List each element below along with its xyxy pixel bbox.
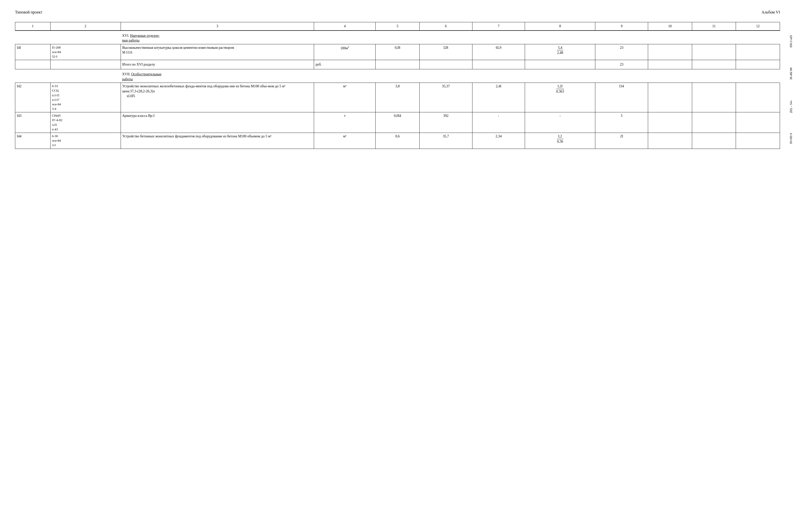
row-i42-ref: 6-33 ССЦ п.I-I5 п.I-I7 эсн-84 3-4 <box>50 83 120 112</box>
itogo-xvi-col6 <box>419 60 472 69</box>
row-i44-col9: 2I <box>595 133 648 149</box>
col-header-10: 10 <box>648 22 692 31</box>
section-xvii-col12 <box>736 69 780 82</box>
side-labels: б9l-2-нlS 38.4hl 88 (hl) – S4– б9 6l9 9 <box>789 25 793 154</box>
section-xvii-col7 <box>472 69 525 82</box>
row-i41-ref: I5-208 эсн-84 52-I <box>50 44 120 60</box>
row-i41-col10 <box>648 44 692 60</box>
itogo-xvi-col2 <box>50 60 120 69</box>
side-label-2: 38.4hl 88 <box>789 68 793 80</box>
section-xvii-col11 <box>692 69 736 82</box>
section-xvi-col5 <box>376 31 420 44</box>
row-i44-ref: 6-30 эсн-84 3-I <box>50 133 120 149</box>
row-i44-col10 <box>648 133 692 149</box>
col-header-9: 9 <box>595 22 648 31</box>
section-xvi-col9 <box>595 31 648 44</box>
itogo-xvi-text: Итого по XVI разделу <box>120 60 314 69</box>
section-xvi-title: XVI. Наружные отделоч-ные работы <box>120 31 314 44</box>
row-i42-col8: I,2I 0,363 <box>525 83 595 112</box>
side-label-1: б9l-2-нlS <box>789 35 793 48</box>
row-i43-unit: т <box>314 112 376 133</box>
itogo-xvi-col7 <box>472 60 525 69</box>
row-i44-col6: 35,7 <box>419 133 472 149</box>
row-i42-col12 <box>736 83 780 112</box>
row-i41-col8: 5,4 2,48 <box>525 44 595 60</box>
row-i42-col6: 35,37 <box>419 83 472 112</box>
row-i44-unit: м³ <box>314 133 376 149</box>
section-xvii-col5 <box>376 69 420 82</box>
row-i44-col11 <box>692 133 736 149</box>
col-header-12: 12 <box>736 22 780 31</box>
section-xvi-col8 <box>525 31 595 44</box>
section-xvi-col7 <box>472 31 525 44</box>
row-i42-col9: I34 <box>595 83 648 112</box>
row-i43-col5: 0,0I4 <box>376 112 420 133</box>
col-header-1: 1 <box>15 22 51 31</box>
row-i44-desc: Устройство бетонных монолитных фундамент… <box>120 133 314 149</box>
row-i44: I44 6-30 эсн-84 3-I Устройство бетонных … <box>15 133 780 149</box>
row-i42-desc: Устройство монолитных железобетонных фун… <box>120 83 314 112</box>
row-i43-col6: 392 <box>419 112 472 133</box>
itogo-xvi-col11 <box>692 60 736 69</box>
row-i41: I4I I5-208 эсн-84 52-I Высококачественна… <box>15 44 780 60</box>
row-i41-col11 <box>692 44 736 60</box>
section-xvii-title: XVII. Особостроительныеработы <box>120 69 314 82</box>
row-i43: I43 СНиП IУ-4-82 ч.П п.43 Арматура класс… <box>15 112 780 133</box>
itogo-xvi-col5 <box>376 60 420 69</box>
side-label-4: б9 6l9 9 <box>789 133 793 144</box>
section-xvi-col12 <box>736 31 780 44</box>
row-i43-col11 <box>692 112 736 133</box>
row-i44-col12 <box>736 133 780 149</box>
col-header-11: 11 <box>692 22 736 31</box>
section-xvi-col2 <box>50 31 120 44</box>
row-i43-col12 <box>736 112 780 133</box>
section-xvi-col11 <box>692 31 736 44</box>
row-i41-col9: 23 <box>595 44 648 60</box>
row-i41-col12 <box>736 44 780 60</box>
itogo-xvi: Итого по XVI разделу руб. 23 <box>15 60 780 69</box>
section-xvi-col10 <box>648 31 692 44</box>
itogo-xvi-col1 <box>15 60 51 69</box>
row-i41-unit: 100м2 <box>314 44 376 60</box>
row-i42-unit: м³ <box>314 83 376 112</box>
section-xvii-col10 <box>648 69 692 82</box>
row-i42-col7: 2,4I <box>472 83 525 112</box>
section-xvi-col1 <box>15 31 51 44</box>
row-i44-col7: 2,34 <box>472 133 525 149</box>
row-i42-col5: 3,8 <box>376 83 420 112</box>
col-header-8: 8 <box>525 22 595 31</box>
col-header-3: 3 <box>120 22 314 31</box>
row-i42: I42 6-33 ССЦ п.I-I5 п.I-I7 эсн-84 3-4 Ус… <box>15 83 780 112</box>
row-i41-col6: I28 <box>419 44 472 60</box>
col-header-5: 5 <box>376 22 420 31</box>
section-xvii-col6 <box>419 69 472 82</box>
col-header-7: 7 <box>472 22 525 31</box>
section-xvii-col8 <box>525 69 595 82</box>
section-xvii-col2 <box>50 69 120 82</box>
itogo-xvi-unit: руб. <box>314 60 376 69</box>
section-xvi-header: XVI. Наружные отделоч-ные работы <box>15 31 780 44</box>
row-i41-col5: 0,I8 <box>376 44 420 60</box>
header: Типовой проект Альбом VI <box>15 10 780 15</box>
row-i42-col11 <box>692 83 736 112</box>
col-header-6: 6 <box>419 22 472 31</box>
side-label-3: (hl) – S4– <box>789 100 793 113</box>
row-i43-num: I43 <box>15 112 51 133</box>
itogo-xvi-col9: 23 <box>595 60 648 69</box>
row-i43-ref: СНиП IУ-4-82 ч.П п.43 <box>50 112 120 133</box>
col-header-2: 2 <box>50 22 120 31</box>
row-i44-num: I44 <box>15 133 51 149</box>
section-xvii-col4 <box>314 69 376 82</box>
row-i43-col8: - <box>525 112 595 133</box>
row-i41-num: I4I <box>15 44 51 60</box>
row-i42-num: I42 <box>15 83 51 112</box>
row-i43-col10 <box>648 112 692 133</box>
row-i41-desc: Высококачественная штукатурка цоколя цем… <box>120 44 314 60</box>
main-table: 1 2 3 4 5 6 7 8 9 10 11 12 XVI. Наружные… <box>15 22 780 149</box>
row-i43-desc: Арматура класса Вр-I <box>120 112 314 133</box>
row-i42-col10 <box>648 83 692 112</box>
itogo-xvi-col8 <box>525 60 595 69</box>
row-i43-col9: 5 <box>595 112 648 133</box>
section-xvii-header: XVII. Особостроительныеработы <box>15 69 780 82</box>
section-xvi-col6 <box>419 31 472 44</box>
